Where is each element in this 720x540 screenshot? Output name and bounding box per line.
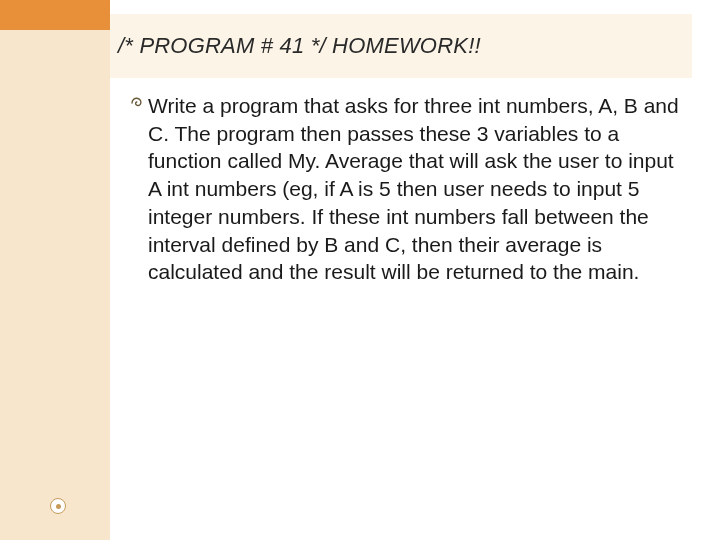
side-accent-panel bbox=[0, 0, 110, 540]
bullet-text: Write a program that asks for three int … bbox=[148, 92, 680, 286]
body-area: Write a program that asks for three int … bbox=[130, 92, 680, 286]
slide-marker-icon bbox=[50, 498, 66, 514]
slide: /* PROGRAM # 41 */ HOMEWORK!! Write a pr… bbox=[0, 0, 720, 540]
title-band: /* PROGRAM # 41 */ HOMEWORK!! bbox=[110, 14, 692, 78]
corner-accent bbox=[0, 0, 110, 30]
bullet-swirl-icon bbox=[130, 96, 148, 110]
bullet-item: Write a program that asks for three int … bbox=[130, 92, 680, 286]
slide-title: /* PROGRAM # 41 */ HOMEWORK!! bbox=[118, 33, 481, 59]
